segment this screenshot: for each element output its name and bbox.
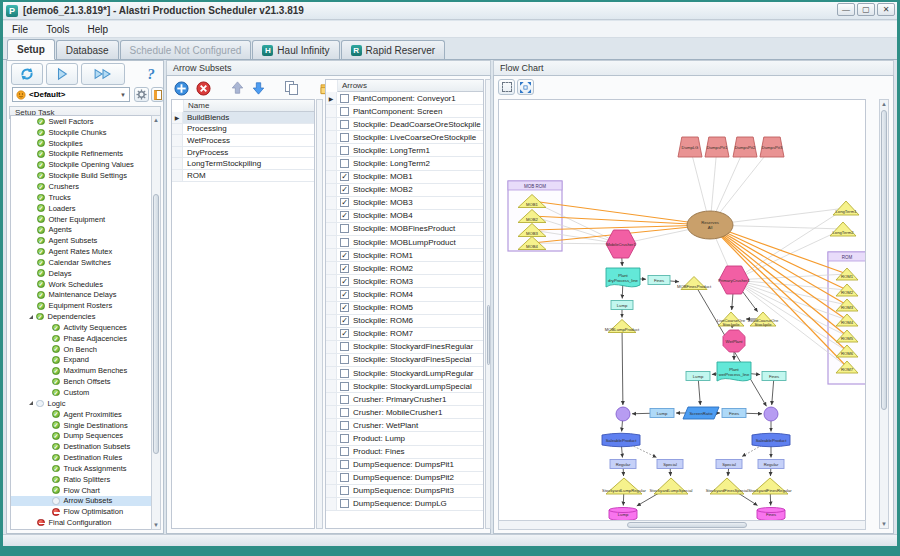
arrow-row[interactable]: ✓Stockpile: ROM2 <box>326 262 483 275</box>
arrow-row[interactable]: ✓Stockpile: ROM6 <box>326 315 483 328</box>
node-mobLump[interactable]: MOBLumpProduct <box>605 320 640 333</box>
subsets-scrollbar[interactable] <box>316 99 323 529</box>
tree-item-stockpiles[interactable]: Stockpiles <box>11 138 156 149</box>
arrow-checkbox[interactable]: ✓ <box>340 198 349 207</box>
node-syFinesReg[interactable]: StockyardFinesRegular <box>748 478 792 494</box>
tree-item-single-destinations[interactable]: Single Destinations <box>11 420 156 431</box>
tree-item-dump-sequences[interactable]: Dump Sequences <box>11 430 156 441</box>
node-syLumpReg[interactable]: StockyardLumpRegular <box>602 478 646 494</box>
arrow-checkbox[interactable] <box>340 486 349 495</box>
arrow-checkbox[interactable] <box>340 395 349 404</box>
arrow-row[interactable]: Product: Fines <box>326 446 483 459</box>
tree-item-truck-assignments[interactable]: Truck Assignments <box>11 463 156 474</box>
node-regularR[interactable]: Regular <box>758 460 784 469</box>
tab-haul-infinity[interactable]: HHaul Infinity <box>252 40 339 59</box>
node-saleableR[interactable]: SaleableProduct <box>752 433 790 447</box>
tab-database[interactable]: Database <box>56 40 119 59</box>
node-specialR[interactable]: Special <box>716 460 742 469</box>
arrow-row[interactable]: ✓Stockpile: ROM3 <box>326 275 483 288</box>
tree-item-stockpile-refinements[interactable]: Stockpile Refinements <box>11 149 156 160</box>
fit-to-screen-button[interactable] <box>517 79 534 95</box>
arrow-row[interactable]: ✓Stockpile: MOB2 <box>326 184 483 197</box>
flow-vscrollbar-thumb[interactable] <box>881 110 887 410</box>
arrow-row[interactable]: ✓Stockpile: MOB3 <box>326 197 483 210</box>
arrow-checkbox[interactable] <box>340 224 349 233</box>
arrow-row[interactable]: ✓Stockpile: ROM5 <box>326 302 483 315</box>
arrow-row[interactable]: Stockpile: StockyardFinesSpecial <box>326 354 483 367</box>
tree-item-work-schedules[interactable]: Work Schedules <box>11 279 156 290</box>
arrow-checkbox[interactable]: ✓ <box>340 251 349 260</box>
add-subset-button[interactable] <box>171 79 191 97</box>
help-button[interactable]: ? <box>141 63 161 85</box>
arrow-checkbox[interactable] <box>340 408 349 417</box>
node-saleableL[interactable]: SaleableProduct <box>602 433 640 447</box>
arrow-checkbox[interactable]: ✓ <box>340 172 349 181</box>
tree-scrollbar[interactable]: ▲ ▼ <box>151 115 161 530</box>
arrow-row[interactable]: DumpSequence: DumpsPit1 <box>326 459 483 472</box>
tree-item-flow-chart[interactable]: Flow Chart <box>11 485 156 496</box>
arrow-checkbox[interactable] <box>340 94 349 103</box>
maximize-button[interactable]: ▢ <box>857 3 875 16</box>
minimize-button[interactable]: — <box>837 3 855 16</box>
flow-vscrollbar[interactable]: ▲ ▼ <box>879 99 889 529</box>
run-button[interactable] <box>46 63 78 85</box>
arrow-row[interactable]: ✓Stockpile: ROM1 <box>326 249 483 262</box>
arrows-scrollbar-thumb[interactable] <box>487 305 490 365</box>
arrow-checkbox[interactable] <box>340 238 349 247</box>
arrow-row[interactable]: Stockpile: StockyardLumpSpecial <box>326 380 483 393</box>
node-syFinesSpec[interactable]: StockyardFinesSpecial <box>706 478 749 494</box>
arrow-row[interactable]: Crusher: WetPlant <box>326 419 483 432</box>
release-notes-button[interactable] <box>151 87 164 102</box>
tab-setup[interactable]: Setup <box>7 39 55 60</box>
move-up-button[interactable] <box>227 79 247 97</box>
tree-item-logic[interactable]: Logic <box>11 398 156 409</box>
tree-item-dependencies[interactable]: Dependencies <box>11 311 156 322</box>
arrow-checkbox[interactable]: ✓ <box>340 185 349 194</box>
arrow-row[interactable]: PlantComponent: Screen <box>326 105 483 118</box>
tree-item-arrow-subsets[interactable]: Arrow Subsets <box>11 496 156 507</box>
arrow-checkbox[interactable] <box>340 146 349 155</box>
node-circleL[interactable] <box>616 407 630 421</box>
arrow-row[interactable]: Stockpile: DeadCoarseOreStockpile <box>326 118 483 131</box>
node-primaryCrusher[interactable]: PrimaryCrusher1 <box>718 266 750 294</box>
arrow-checkbox[interactable] <box>340 107 349 116</box>
arrow-checkbox[interactable] <box>340 355 349 364</box>
tree-item-calendar-switches[interactable]: Calendar Switches <box>11 257 156 268</box>
node-syLumpSpec[interactable]: StockyardLumpSpecial <box>650 478 693 494</box>
expander-icon[interactable] <box>29 315 33 319</box>
node-dumpLG[interactable]: DumpLG <box>678 137 702 157</box>
node-deadCoarse[interactable]: DeadCoarseOreStockpile <box>748 312 779 327</box>
arrow-checkbox[interactable] <box>340 133 349 142</box>
arrow-row[interactable]: Stockpile: LongTerm1 <box>326 144 483 157</box>
arrow-row[interactable]: Stockpile: StockyardFinesRegular <box>326 341 483 354</box>
tree-item-agent-subsets[interactable]: Agent Subsets <box>11 235 156 246</box>
subset-row-wetprocess[interactable]: WetProcess <box>172 135 314 147</box>
node-dryWave[interactable]: PlantdryProcess_line <box>606 268 640 287</box>
node-wetWave[interactable]: PlantwetProcess_line <box>717 362 751 381</box>
flow-hscrollbar[interactable] <box>498 520 866 530</box>
arrow-row[interactable]: ▶PlantComponent: Conveyor1 <box>326 92 483 105</box>
node-lumpCyl[interactable]: Lump <box>609 508 637 521</box>
tree-scrollbar-thumb[interactable] <box>153 194 159 454</box>
menu-item-file[interactable]: File <box>3 21 37 37</box>
arrow-checkbox[interactable] <box>340 342 349 351</box>
arrow-checkbox[interactable] <box>340 382 349 391</box>
tree-item-trucks[interactable]: Trucks <box>11 192 156 203</box>
arrow-row[interactable]: Stockpile: MOBLumpProduct <box>326 236 483 249</box>
node-lumpA[interactable]: Lump <box>686 372 710 381</box>
arrow-row[interactable]: ✓Stockpile: ROM4 <box>326 288 483 301</box>
arrow-row[interactable]: DumpSequence: DumpsPit3 <box>326 485 483 498</box>
subset-row-buildblends[interactable]: ▶BuildBlends <box>172 112 314 124</box>
tree-item-stockpile-opening-values[interactable]: Stockpile Opening Values <box>11 159 156 170</box>
arrow-checkbox[interactable] <box>340 447 349 456</box>
tree-item-destination-rules[interactable]: Destination Rules <box>11 452 156 463</box>
arrow-checkbox[interactable] <box>340 434 349 443</box>
subset-row-rom[interactable]: ROM <box>172 170 314 182</box>
arrow-row[interactable]: Crusher: PrimaryCrusher1 <box>326 393 483 406</box>
subset-row-dryprocess[interactable]: DryProcess <box>172 147 314 159</box>
arrow-row[interactable]: Product: Lump <box>326 432 483 445</box>
flow-chart-canvas[interactable]: MOB ROMROMDumpLGDumpsPit1DumpsPit2DumpsP… <box>498 99 866 529</box>
arrow-row[interactable]: DumpSequence: DumpsPit2 <box>326 472 483 485</box>
node-dumpsPit2[interactable]: DumpsPit2 <box>733 137 757 157</box>
node-longTerm1[interactable]: LongTerm1 <box>833 201 859 215</box>
